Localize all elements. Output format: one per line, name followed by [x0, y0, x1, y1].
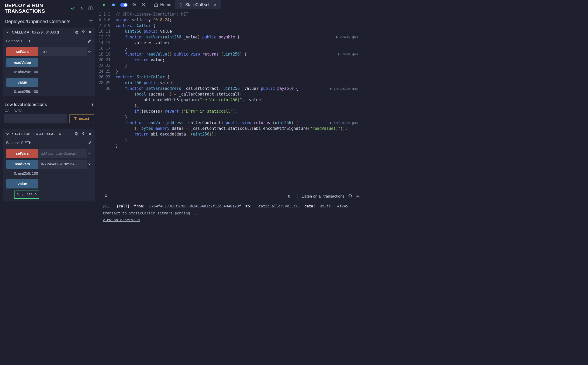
readvars-input[interactable]: [38, 160, 87, 169]
close-icon[interactable]: [88, 30, 92, 34]
setvars-input[interactable]: [38, 47, 87, 56]
code-editor[interactable]: 1 2 3 4 5 6 7 8 9 10 11 12 13 14 15 16 1…: [98, 10, 363, 192]
deploy-run-panel: DEPLOY & RUNTRANSACTIONS Deployed/Unpinn…: [0, 0, 98, 226]
value-button[interactable]: value: [6, 78, 38, 87]
pin-icon[interactable]: [81, 132, 85, 136]
call-badge: CALL: [103, 205, 110, 208]
terminal-header: 0 Listen on all transactions Fi: [98, 192, 363, 200]
zoom-out-icon[interactable]: [132, 3, 137, 7]
code-content[interactable]: // SPDX-License-Identifier: MITpragma so…: [114, 10, 363, 192]
svg-point-13: [114, 5, 114, 5]
svg-rect-25: [330, 122, 331, 124]
robot-icon[interactable]: [111, 3, 116, 7]
contracts-section-header: Deployed/Unpinned Contracts: [0, 15, 98, 26]
return-value: 0: uint256: 100: [3, 170, 95, 178]
trash-icon[interactable]: [89, 19, 93, 24]
copy-icon[interactable]: [74, 132, 79, 136]
setvars-input[interactable]: [38, 149, 87, 158]
editor-pane: Home StaticCall.sol ✕ 1 2 3 4 5 6 7 8 9 …: [98, 0, 363, 226]
contract-name: CALLER AT 0X279...84880 (I: [12, 30, 72, 34]
editor-tabbar: Home StaticCall.sol ✕: [98, 0, 363, 10]
info-icon[interactable]: i: [92, 102, 93, 107]
svg-rect-6: [76, 133, 78, 135]
tab-label: Home: [160, 3, 171, 7]
home-icon: [154, 3, 158, 7]
close-icon[interactable]: ✕: [213, 2, 217, 7]
chevron-down-icon[interactable]: [6, 30, 9, 34]
contracts-section-title: Deployed/Unpinned Contracts: [5, 19, 71, 24]
contract-card-staticcaller: STATICCALLER AT 0XFA2...A Balance: 0 ETH: [3, 129, 95, 201]
tab-label: StaticCall.sol: [185, 3, 209, 7]
transact-button[interactable]: Transact: [69, 114, 94, 123]
line-gutter: 1 2 3 4 5 6 7 8 9 10 11 12 13 14 15 16 1…: [98, 10, 114, 192]
tab-home[interactable]: Home: [150, 1, 175, 9]
svg-line-27: [351, 197, 352, 198]
svg-marker-10: [103, 3, 106, 6]
copy-icon[interactable]: [74, 30, 79, 34]
chevron-down-icon[interactable]: [6, 132, 9, 136]
solidity-icon: [179, 3, 183, 7]
pin-icon[interactable]: [81, 30, 85, 34]
svg-rect-2: [76, 31, 78, 33]
check-icon[interactable]: [70, 6, 75, 11]
svg-point-26: [349, 194, 352, 197]
terminal-output[interactable]: CALL [call] from: 0x64f4017368f578BF3b24…: [98, 200, 363, 226]
svg-point-12: [113, 5, 113, 5]
setvars-button[interactable]: setVars: [6, 47, 38, 56]
listen-checkbox[interactable]: [294, 194, 298, 198]
setvars-button[interactable]: setVars: [6, 149, 38, 158]
calldata-label: CALLDATA: [0, 108, 98, 114]
terminal-line: transact to StaticCaller.setVars pending…: [103, 210, 359, 217]
return-value: 0: uint256: 100: [3, 89, 95, 96]
svg-line-19: [144, 5, 145, 6]
etherscan-link[interactable]: view on etherscan: [103, 218, 140, 222]
svg-rect-24: [330, 87, 331, 89]
value-button[interactable]: value: [6, 179, 38, 188]
svg-rect-22: [336, 36, 337, 38]
tx-count: 0: [288, 194, 290, 198]
svg-rect-11: [112, 4, 115, 6]
search-icon[interactable]: [348, 194, 353, 198]
readvalue-button[interactable]: readValue: [6, 58, 38, 67]
panel-title: DEPLOY & RUNTRANSACTIONS: [5, 3, 45, 14]
zoom-in-icon[interactable]: [142, 3, 146, 7]
panel-header: DEPLOY & RUNTRANSACTIONS: [0, 0, 98, 15]
svg-rect-3: [75, 31, 77, 33]
edit-icon[interactable]: [87, 39, 92, 43]
chevron-down-icon[interactable]: [87, 149, 92, 158]
toggle-switch[interactable]: [120, 3, 128, 7]
contract-name: STATICCALLER AT 0XFA2...A: [12, 132, 72, 136]
play-icon[interactable]: [102, 3, 106, 7]
filter-cutoff[interactable]: Fi: [356, 194, 360, 198]
return-value-highlighted: 0: uint256: 0: [14, 191, 39, 199]
edit-icon[interactable]: [87, 141, 92, 145]
low-level-header: Low level interactions i: [0, 99, 98, 108]
readvars-button[interactable]: readVars: [6, 160, 38, 169]
svg-rect-7: [75, 133, 77, 135]
balance-label: Balance: 0 ETH: [6, 39, 32, 43]
chevron-down-icon[interactable]: [87, 47, 92, 56]
calldata-input[interactable]: [4, 114, 67, 123]
close-icon[interactable]: [88, 132, 92, 136]
panels-icon[interactable]: [88, 6, 93, 11]
balance-label: Balance: 0 ETH: [6, 141, 32, 145]
low-level-title: Low level interactions: [5, 102, 47, 107]
return-value: 0: uint256: 100: [3, 69, 95, 76]
contract-card-caller: CALLER AT 0X279...84880 (I Balance: 0 ET…: [3, 28, 95, 96]
svg-rect-23: [338, 53, 339, 55]
chevron-down-icon[interactable]: [87, 160, 92, 169]
chevron-right-icon[interactable]: [79, 6, 84, 11]
chevron-collapse-icon[interactable]: [104, 194, 108, 198]
tab-file-active[interactable]: StaticCall.sol ✕: [175, 0, 221, 9]
listen-label: Listen on all transactions: [302, 194, 344, 198]
svg-line-16: [135, 5, 136, 6]
